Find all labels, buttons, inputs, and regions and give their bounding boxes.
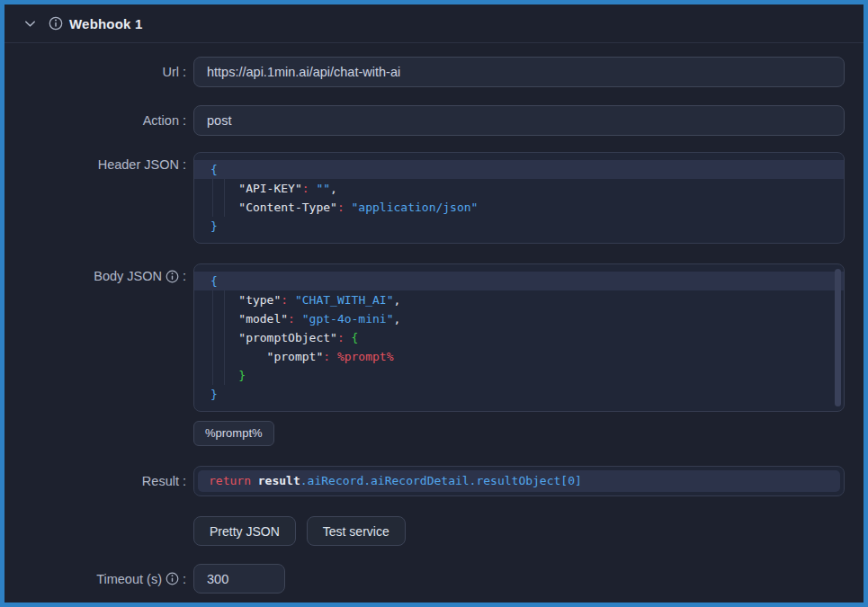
result-editor[interactable]: return result.aiRecord.aiRecordDetail.re…	[193, 466, 845, 496]
code-token: "prompt"	[210, 350, 323, 363]
timeout-label-colon: :	[183, 572, 186, 586]
chevron-down-icon[interactable]	[23, 17, 37, 31]
code-token: "API-KEY"	[210, 182, 302, 195]
code-token	[345, 201, 352, 214]
code-line: {	[194, 160, 844, 179]
code-token	[345, 331, 352, 344]
code-line: }	[194, 217, 844, 236]
code-token: "type"	[210, 293, 281, 307]
code-token: "gpt-4o-mini"	[302, 312, 394, 326]
actions-row: Pretty JSON Test service	[4, 516, 845, 546]
header-json-row: Header JSON: { "API-KEY": "", "Content-T…	[4, 152, 845, 244]
code-token: }	[210, 388, 218, 401]
test-service-button[interactable]: Test service	[307, 516, 406, 546]
body-json-label-text: Body JSON	[94, 269, 162, 283]
section-title: Webhook 1	[69, 16, 143, 31]
code-token: :	[323, 350, 330, 363]
code-line: "model": "gpt-4o-mini",	[194, 309, 844, 328]
header-json-label-colon: :	[183, 157, 186, 172]
timeout-row: Timeout (s) :	[4, 564, 845, 594]
code-token: }	[210, 369, 246, 382]
code-line: "promptObject": {	[194, 328, 844, 347]
scrollbar-thumb[interactable]	[835, 269, 841, 406]
result-row: Result: return result.aiRecord.aiRecordD…	[4, 466, 845, 496]
header-json-label-text: Header JSON	[98, 157, 179, 172]
code-token: }	[210, 219, 218, 233]
url-label-colon: :	[183, 65, 186, 79]
code-token: {	[210, 274, 218, 288]
code-token: "application/json"	[352, 201, 479, 214]
body-json-editor[interactable]: { "type": "CHAT_WITH_AI", "model": "gpt-…	[193, 263, 845, 412]
code-token: ,	[394, 312, 401, 326]
url-row: Url:	[4, 57, 845, 87]
timeout-field	[193, 564, 845, 594]
code-line: "type": "CHAT_WITH_AI",	[194, 290, 844, 309]
code-token: ,	[330, 182, 337, 195]
header-json-label: Header JSON:	[4, 152, 186, 172]
action-row: Action:	[4, 105, 845, 136]
webhook-panel: Webhook 1 Url: Action: Header JSON:	[0, 0, 868, 607]
code-token: "CHAT_WITH_AI"	[295, 293, 394, 307]
info-icon[interactable]	[166, 270, 179, 283]
code-line: return result.aiRecord.aiRecordDetail.re…	[198, 470, 840, 492]
code-line: {	[194, 272, 844, 290]
code-token: :	[337, 331, 345, 344]
code-line: "Content-Type": "application/json"	[194, 198, 844, 217]
code-token: {	[352, 331, 359, 344]
timeout-label: Timeout (s) :	[4, 572, 186, 586]
code-token: "promptObject"	[210, 331, 337, 344]
timeout-label-text: Timeout (s)	[96, 572, 162, 586]
action-label-text: Action	[143, 113, 179, 128]
header-json-editor[interactable]: { "API-KEY": "", "Content-Type": "applic…	[193, 152, 845, 244]
webhook-section-header[interactable]: Webhook 1	[4, 4, 864, 43]
code-token: {	[210, 163, 218, 176]
code-token	[295, 312, 302, 326]
code-token: "model"	[210, 312, 288, 326]
code-token: :	[281, 293, 288, 307]
code-token: %prompt%	[337, 350, 394, 363]
code-token: "Content-Type"	[210, 201, 337, 214]
code-token: :	[302, 182, 309, 195]
code-token: ,	[394, 293, 401, 307]
action-input[interactable]	[193, 105, 845, 136]
url-label: Url:	[4, 65, 186, 79]
code-token	[330, 350, 337, 363]
body-json-label-colon: :	[183, 269, 186, 283]
webhook-form: Url: Action: Header JSON: { "API-KEY": "…	[4, 43, 864, 594]
result-label: Result:	[4, 474, 186, 488]
result-label-colon: :	[183, 474, 186, 488]
code-line: }	[194, 385, 844, 404]
timeout-input[interactable]	[193, 564, 285, 594]
code-token: return	[209, 474, 251, 487]
code-token: :	[337, 201, 345, 214]
code-line: "API-KEY": "",	[194, 179, 844, 198]
action-label-colon: :	[183, 113, 186, 128]
info-icon[interactable]	[166, 572, 179, 585]
code-line: "prompt": %prompt%	[194, 347, 844, 366]
prompt-variable-chip[interactable]: %prompt%	[193, 421, 274, 446]
url-input[interactable]	[193, 57, 845, 87]
body-json-label: Body JSON :	[4, 263, 186, 283]
code-token: ""	[316, 182, 330, 195]
pretty-json-button[interactable]: Pretty JSON	[193, 516, 296, 546]
body-json-row: Body JSON : { "type": "CHAT_WITH_AI", "m…	[4, 263, 845, 446]
info-icon[interactable]	[49, 16, 63, 31]
code-token: result	[251, 474, 300, 487]
code-token: :	[288, 312, 295, 326]
code-token	[288, 293, 295, 307]
result-label-text: Result	[142, 474, 179, 488]
url-label-text: Url	[162, 65, 179, 79]
action-label: Action:	[4, 113, 186, 128]
code-token: .aiRecord.aiRecordDetail.resultObject[0]	[300, 474, 582, 487]
code-line: }	[194, 366, 844, 385]
body-json-field: { "type": "CHAT_WITH_AI", "model": "gpt-…	[193, 263, 845, 446]
button-group: Pretty JSON Test service	[193, 516, 845, 546]
